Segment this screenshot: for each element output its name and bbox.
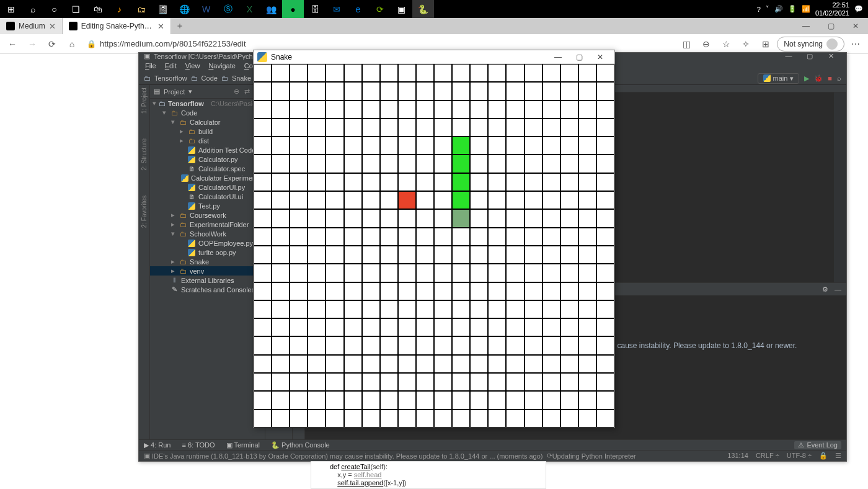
edge-icon[interactable]: e xyxy=(347,0,369,18)
menu-file[interactable]: File xyxy=(145,62,156,70)
cursor-position[interactable]: 131:14 xyxy=(727,452,748,460)
encoding[interactable]: UTF-8 ÷ xyxy=(787,452,812,460)
menu-view[interactable]: View xyxy=(185,62,200,70)
tab-run[interactable]: ▶ 4: Run xyxy=(144,441,170,449)
favorite-icon[interactable]: ☆ xyxy=(717,36,735,52)
word-icon[interactable]: W xyxy=(195,0,217,18)
collections-icon[interactable]: ✧ xyxy=(737,36,755,52)
tree-item[interactable]: ▸🗀Snake xyxy=(150,257,265,266)
reader-icon[interactable]: ◫ xyxy=(678,36,695,52)
gutter-project[interactable]: 1: Project xyxy=(141,87,148,114)
chrome-icon[interactable]: 🌐 xyxy=(174,0,195,18)
start-button[interactable]: ⊞ xyxy=(0,0,22,18)
url-field[interactable]: 🔒 https://medium.com/p/80154f622153/edit xyxy=(83,39,675,48)
line-ending[interactable]: CRLF ÷ xyxy=(756,452,779,460)
tree-item[interactable]: ▸🗀dist xyxy=(150,136,265,145)
snake-titlebar[interactable]: Snake — ▢ ✕ xyxy=(254,50,614,64)
close-icon[interactable]: ✕ xyxy=(49,22,56,31)
settings-icon[interactable]: ⇄ xyxy=(244,87,250,96)
tree-item[interactable]: 🗎CalculatorUI.ui xyxy=(150,192,265,201)
close-button[interactable]: ✕ xyxy=(843,18,868,34)
search-everywhere-icon[interactable]: ⌕ xyxy=(837,74,841,82)
tree-item[interactable]: ▾🗀Code xyxy=(150,108,265,117)
skype-icon[interactable]: Ⓢ xyxy=(217,0,239,18)
run-settings-icon[interactable]: ⚙ xyxy=(822,285,828,294)
tree-item[interactable]: ▸🗀Coursework xyxy=(150,210,265,220)
tree-item[interactable]: ⫴External Libraries xyxy=(150,276,265,285)
db-icon[interactable]: 🗄 xyxy=(304,0,326,18)
indent-icon[interactable]: ☰ xyxy=(835,452,841,460)
tree-item[interactable]: ✎Scratches and Consoles xyxy=(150,285,265,294)
notifications-icon[interactable]: 💬 xyxy=(854,5,863,13)
snake-grid[interactable] xyxy=(254,64,614,428)
spotify-icon[interactable]: ● xyxy=(282,0,304,18)
tree-item[interactable]: ▾🗀SchoolWork xyxy=(150,229,265,238)
run-config-selector[interactable]: main ▾ xyxy=(758,73,800,84)
close-icon[interactable]: ✕ xyxy=(157,22,164,31)
snake-close[interactable]: ✕ xyxy=(590,53,611,61)
tree-item[interactable]: 🗎Calculator.spec xyxy=(150,164,265,173)
gutter-structure[interactable]: 2: Structure xyxy=(141,138,148,171)
menu-edit[interactable]: Edit xyxy=(165,62,177,70)
outlook-icon[interactable]: ✉ xyxy=(326,0,347,18)
tree-item[interactable]: ▾🗀Calculator xyxy=(150,117,265,127)
wifi-icon[interactable]: 📶 xyxy=(802,5,810,13)
notepadpp-icon[interactable]: 📓 xyxy=(152,0,174,18)
volume-icon[interactable]: 🔊 xyxy=(774,5,783,13)
tree-item[interactable]: ▸🗀build xyxy=(150,127,265,136)
tree-item[interactable]: turlte oop.py xyxy=(150,248,265,257)
minimize-button[interactable]: — xyxy=(794,18,818,34)
excel-icon[interactable]: X xyxy=(239,0,260,18)
tree-item[interactable]: Calculator Experimental.p xyxy=(150,173,265,182)
clock[interactable]: 22:51 01/02/2021 xyxy=(815,1,849,16)
run-hide-icon[interactable]: — xyxy=(835,285,841,293)
extensions-icon[interactable]: ⊞ xyxy=(757,36,774,52)
tab-todo[interactable]: ≡ 6: TODO xyxy=(182,441,215,449)
run-button[interactable]: ▶ xyxy=(804,74,809,83)
teams-icon[interactable]: 👥 xyxy=(260,0,282,18)
sync-status[interactable]: Not syncing xyxy=(777,37,844,52)
tree-item[interactable]: Test.py xyxy=(150,201,265,210)
help-icon[interactable]: ? xyxy=(757,6,761,13)
breadcrumb-item[interactable]: Tensorflow xyxy=(154,74,187,82)
tab-python-console[interactable]: 🐍 Python Console xyxy=(271,441,330,449)
lock-status-icon[interactable]: 🔒 xyxy=(819,452,828,460)
forward-button[interactable]: → xyxy=(24,36,41,52)
battery-icon[interactable]: 🔋 xyxy=(788,5,797,13)
tree-item[interactable]: OOPEmployee.py xyxy=(150,238,265,248)
back-button[interactable]: ← xyxy=(4,36,21,52)
tree-item[interactable]: Calculator.py xyxy=(150,155,265,164)
gutter-favorites[interactable]: 2: Favorites xyxy=(141,195,148,228)
snake-minimize[interactable]: — xyxy=(547,53,569,61)
task-view-icon[interactable]: ❏ xyxy=(65,0,87,18)
breadcrumb-item[interactable]: Snake xyxy=(232,74,251,82)
breadcrumb-item[interactable]: Code xyxy=(202,74,218,82)
python-icon[interactable]: 🐍 xyxy=(412,0,434,18)
tab-medium[interactable]: Medium ✕ xyxy=(0,18,63,34)
pycharm-icon[interactable]: ▣ xyxy=(391,0,412,18)
tree-item[interactable]: ▸🗀venv xyxy=(150,266,265,276)
new-tab-button[interactable]: ＋ xyxy=(171,18,188,34)
home-button[interactable]: ⌂ xyxy=(63,36,81,52)
cortana-icon[interactable]: ○ xyxy=(43,0,65,18)
tab-event-log[interactable]: ⚠ Event Log xyxy=(794,441,841,449)
store-icon[interactable]: 🛍 xyxy=(87,0,108,18)
music-icon[interactable]: ♪ xyxy=(108,0,130,18)
debug-button[interactable]: 🐞 xyxy=(814,74,823,83)
zoom-icon[interactable]: ⊖ xyxy=(698,36,715,52)
menu-button[interactable]: ⋯ xyxy=(847,36,864,52)
stop-button[interactable]: ■ xyxy=(828,74,832,82)
tree-item[interactable]: CalculatorUI.py xyxy=(150,182,265,192)
explorer-icon[interactable]: 🗂 xyxy=(130,0,152,18)
chevron-up-icon[interactable]: ˅ xyxy=(766,5,769,13)
collapse-icon[interactable]: ⊖ xyxy=(234,87,239,96)
tree-item[interactable]: Addition Test Code.py xyxy=(150,145,265,155)
tab-terminal[interactable]: ▣ Terminal xyxy=(226,441,260,449)
tree-item[interactable]: ▸🗀ExperimentalFolder xyxy=(150,220,265,229)
tab-editing[interactable]: Editing Snake-Python – Medium ✕ xyxy=(63,18,171,34)
project-tree[interactable]: ▾🗀Tensorflow C:\Users\Pasid\Pycharm ▾🗀Co… xyxy=(150,99,265,439)
minimap[interactable] xyxy=(834,92,846,282)
menu-navigate[interactable]: Navigate xyxy=(208,62,235,70)
snake-maximize[interactable]: ▢ xyxy=(569,53,590,61)
search-icon[interactable]: ⌕ xyxy=(22,0,43,18)
